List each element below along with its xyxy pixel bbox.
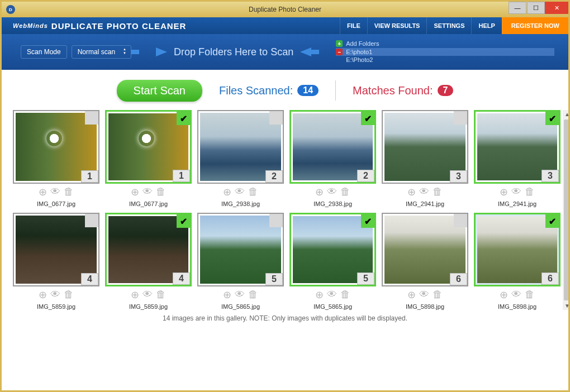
zoom-icon[interactable]: ⊕: [407, 186, 416, 198]
zoom-icon[interactable]: ⊕: [500, 186, 508, 198]
thumb-card: 2 ⊕ 👁 🗑 IMG_2938.jpg: [197, 110, 284, 207]
thumb-checkbox[interactable]: ✔: [361, 214, 374, 228]
trash-icon[interactable]: 🗑: [64, 289, 74, 301]
scan-mode-label: Scan Mode: [21, 45, 67, 59]
eye-icon[interactable]: 👁: [50, 289, 60, 301]
eye-icon[interactable]: 👁: [327, 289, 337, 301]
thumb-filename: IMG_2941.jpg: [382, 200, 468, 207]
trash-icon[interactable]: 🗑: [340, 289, 350, 301]
eye-icon[interactable]: 👁: [50, 186, 60, 198]
thumb-actions: ⊕ 👁 🗑: [13, 186, 99, 198]
thumb-checkbox[interactable]: [454, 214, 467, 227]
zoom-icon[interactable]: ⊕: [223, 289, 231, 301]
zoom-icon[interactable]: ⊕: [131, 289, 139, 301]
trash-icon[interactable]: 🗑: [433, 186, 443, 198]
thumb-box[interactable]: ✔ 3: [474, 110, 560, 184]
eye-icon[interactable]: 👁: [419, 289, 429, 301]
group-badge: 5: [357, 273, 374, 285]
thumb-box[interactable]: ✔ 6: [474, 213, 560, 286]
thumb-actions: ⊕ 👁 🗑: [289, 186, 376, 198]
thumb-checkbox[interactable]: ✔: [177, 214, 190, 228]
trash-icon[interactable]: 🗑: [156, 289, 166, 301]
thumb-checkbox[interactable]: [85, 214, 98, 227]
menu-view-results[interactable]: VIEW RESULTS: [367, 17, 427, 34]
drop-folders-text[interactable]: Drop Folders Here to Scan: [174, 46, 293, 58]
thumb-checkbox[interactable]: [454, 111, 467, 125]
register-now-button[interactable]: REGISTER NOW: [502, 17, 568, 34]
thumb-checkbox[interactable]: [269, 214, 283, 227]
scroll-up-icon[interactable]: ▲: [563, 110, 570, 118]
trash-icon[interactable]: 🗑: [248, 289, 258, 301]
minimize-button[interactable]: —: [509, 2, 526, 14]
thumb-checkbox[interactable]: ✔: [177, 112, 190, 125]
menu-file[interactable]: FILE: [340, 17, 367, 34]
zoom-icon[interactable]: ⊕: [500, 289, 508, 301]
trash-icon[interactable]: 🗑: [248, 186, 258, 198]
thumb-checkbox[interactable]: [85, 111, 98, 125]
group-badge: 6: [542, 273, 559, 285]
thumb-box[interactable]: ✔ 2: [289, 110, 376, 184]
thumb-checkbox[interactable]: ✔: [545, 112, 559, 125]
zoom-icon[interactable]: ⊕: [407, 289, 416, 301]
group-badge: 1: [81, 170, 98, 183]
trash-icon[interactable]: 🗑: [64, 186, 74, 198]
thumb-checkbox[interactable]: [269, 111, 283, 125]
eye-icon[interactable]: 👁: [327, 186, 337, 198]
thumb-box[interactable]: 2: [197, 110, 284, 184]
files-scanned-stat: Files Scanned: 14: [219, 84, 319, 97]
trash-icon[interactable]: 🗑: [433, 289, 443, 301]
folder-row-1[interactable]: – E:\photo1: [336, 48, 554, 56]
scroll-thumb[interactable]: [564, 119, 570, 300]
group-badge: 6: [450, 273, 467, 285]
zoom-icon[interactable]: ⊕: [39, 186, 47, 198]
thumb-filename: IMG_2941.jpg: [474, 200, 560, 207]
menu-help[interactable]: HELP: [471, 17, 501, 34]
zoom-icon[interactable]: ⊕: [223, 186, 231, 198]
eye-icon[interactable]: 👁: [235, 289, 245, 301]
maximize-button[interactable]: ☐: [527, 2, 545, 14]
trash-icon[interactable]: 🗑: [525, 289, 535, 301]
thumb-card: 3 ⊕ 👁 🗑 IMG_2941.jpg: [382, 110, 468, 207]
trash-icon[interactable]: 🗑: [340, 186, 350, 198]
eye-icon[interactable]: 👁: [511, 289, 521, 301]
thumb-box[interactable]: 5: [197, 213, 284, 286]
thumb-card: 5 ⊕ 👁 🗑 IMG_5865.jpg: [197, 213, 284, 310]
stats-row: Start Scan Files Scanned: 14 Matches Fou…: [2, 70, 568, 101]
scroll-down-icon[interactable]: ▼: [563, 302, 570, 310]
thumb-checkbox[interactable]: ✔: [361, 112, 374, 125]
trash-icon[interactable]: 🗑: [525, 186, 535, 198]
zoom-icon[interactable]: ⊕: [39, 289, 47, 301]
thumb-checkbox[interactable]: ✔: [545, 214, 559, 228]
app-icon: D: [6, 5, 15, 14]
titlebar: D Duplicate Photo Cleaner — ☐ ✕: [2, 2, 568, 17]
trash-icon[interactable]: 🗑: [156, 186, 166, 198]
close-button[interactable]: ✕: [545, 2, 568, 14]
folder-row-2[interactable]: E:\Photo2: [336, 56, 554, 64]
thumb-box[interactable]: 3: [382, 110, 468, 184]
zoom-icon[interactable]: ⊕: [315, 186, 324, 198]
thumb-card: 6 ⊕ 👁 🗑 IMG_5898.jpg: [382, 213, 468, 310]
scan-mode-select[interactable]: Normal scan: [72, 45, 131, 59]
zoom-icon[interactable]: ⊕: [131, 186, 139, 198]
eye-icon[interactable]: 👁: [142, 186, 153, 198]
thumb-box[interactable]: 1: [13, 110, 99, 184]
minus-icon[interactable]: –: [336, 49, 343, 55]
arrow-right-icon: [131, 47, 167, 56]
group-badge: 3: [450, 170, 467, 183]
scrollbar[interactable]: ▲ ▼: [563, 110, 570, 310]
group-badge: 4: [173, 273, 190, 285]
thumb-box[interactable]: ✔ 4: [105, 213, 192, 286]
zoom-icon[interactable]: ⊕: [315, 289, 324, 301]
eye-icon[interactable]: 👁: [419, 186, 429, 198]
thumb-box[interactable]: ✔ 5: [289, 213, 376, 286]
thumb-box[interactable]: 4: [13, 213, 99, 286]
eye-icon[interactable]: 👁: [235, 186, 245, 198]
thumb-filename: IMG_5865.jpg: [197, 303, 284, 310]
thumb-box[interactable]: 6: [382, 213, 468, 286]
add-folders-button[interactable]: + Add Folders: [336, 40, 554, 47]
start-scan-button[interactable]: Start Scan: [117, 80, 202, 102]
eye-icon[interactable]: 👁: [142, 289, 153, 301]
thumb-box[interactable]: ✔ 1: [105, 110, 192, 184]
eye-icon[interactable]: 👁: [511, 186, 521, 198]
menu-settings[interactable]: SETTINGS: [426, 17, 471, 34]
